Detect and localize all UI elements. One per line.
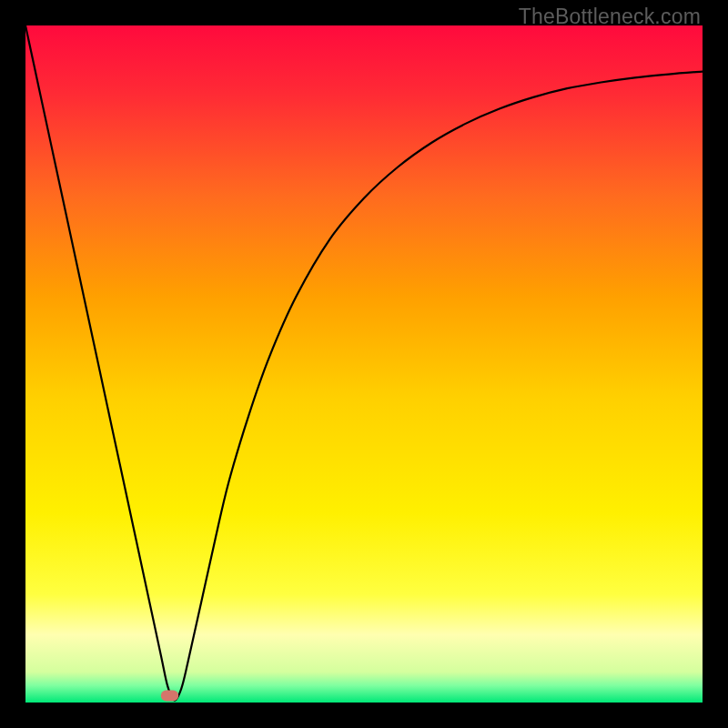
- bottleneck-chart: [25, 25, 703, 703]
- optimum-marker: [161, 691, 178, 702]
- chart-frame: [25, 25, 703, 703]
- watermark-text: TheBottleneck.com: [519, 5, 701, 29]
- gradient-background: [25, 25, 703, 703]
